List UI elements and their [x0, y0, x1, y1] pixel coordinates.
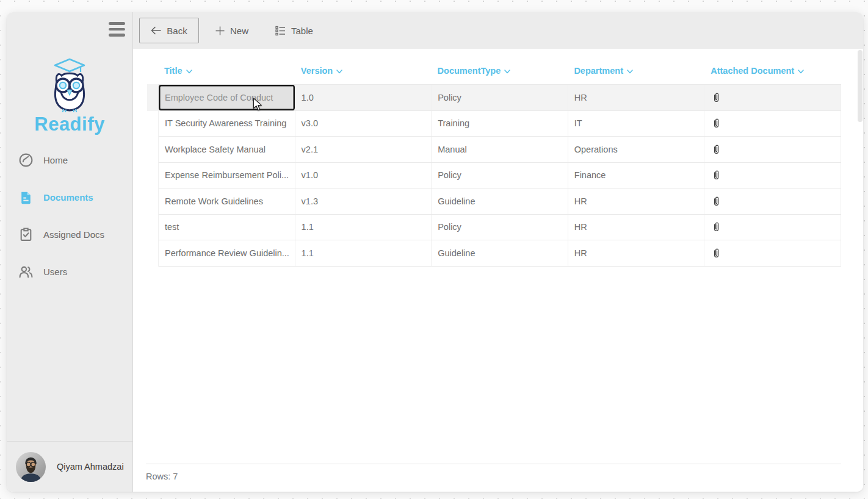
sidebar-nav: Home Documents Assigned Docs — [7, 146, 132, 295]
paperclip-icon — [712, 144, 721, 155]
cell-document-type[interactable]: Policy — [432, 85, 568, 110]
sidebar: Readify Home Documents — [7, 12, 133, 492]
cell-version[interactable]: 1.1 — [295, 240, 432, 266]
app-logo: Readify — [7, 57, 132, 135]
cell-department[interactable]: Finance — [568, 163, 705, 188]
back-button[interactable]: Back — [139, 18, 199, 43]
sidebar-item-users[interactable]: Users — [7, 258, 132, 285]
cell-title[interactable]: IT Security Awareness Training — [159, 111, 295, 137]
logo-wordmark: Readify — [7, 113, 132, 135]
main-area: Back New Table — [133, 12, 863, 492]
cell-version[interactable]: v1.0 — [295, 163, 432, 188]
sidebar-item-label: Documents — [43, 192, 93, 203]
table-row[interactable]: Expense Reimbursement Poli... v1.0 Polic… — [159, 163, 841, 189]
bulleted-list-icon — [275, 26, 286, 36]
cell-attached-document[interactable] — [704, 188, 841, 214]
cell-document-type[interactable]: Guideline — [432, 240, 568, 266]
avatar — [16, 452, 46, 482]
cell-title[interactable]: test — [159, 215, 295, 240]
cell-title[interactable]: Remote Work Guidelines — [159, 188, 295, 214]
hamburger-menu-icon[interactable] — [109, 22, 125, 37]
cell-version[interactable]: v2.1 — [295, 137, 432, 162]
cell-title[interactable]: Workplace Safety Manual — [159, 137, 295, 162]
back-button-label: Back — [167, 26, 187, 36]
sidebar-item-label: Home — [43, 155, 68, 165]
arrow-left-icon — [151, 26, 161, 35]
cell-document-type[interactable]: Policy — [432, 163, 568, 188]
app-window: Readify Home Documents — [7, 12, 863, 492]
column-header[interactable]: Version — [295, 57, 432, 84]
cell-attached-document[interactable] — [704, 85, 841, 110]
new-button[interactable]: New — [215, 26, 248, 36]
cell-title[interactable]: Expense Reimbursement Poli... — [159, 163, 295, 188]
rows-count-label: Rows: 7 — [146, 472, 178, 481]
cell-department[interactable]: HR — [568, 240, 705, 266]
cell-department[interactable]: Operations — [568, 137, 705, 162]
chevron-down-icon — [627, 70, 633, 74]
sidebar-item-assigned-docs[interactable]: Assigned Docs — [7, 221, 132, 248]
cell-document-type[interactable]: Manual — [432, 137, 568, 162]
footer-divider — [146, 464, 841, 464]
cell-version[interactable]: v3.0 — [295, 111, 432, 137]
document-icon — [18, 190, 34, 205]
user-profile[interactable]: Qiyam Ahmadzai — [7, 441, 132, 492]
owl-logo-icon — [45, 57, 94, 112]
table-view-button-label: Table — [291, 26, 313, 36]
cell-version[interactable]: 1.0 — [295, 85, 432, 110]
cell-department[interactable]: IT — [568, 111, 705, 137]
cell-title[interactable]: Performance Review Guidelin... — [159, 240, 295, 266]
plus-icon — [215, 26, 225, 35]
column-header-label: Department — [574, 66, 623, 76]
vertical-scrollbar[interactable] — [858, 50, 863, 122]
cell-attached-document[interactable] — [704, 215, 841, 240]
table-row[interactable]: Performance Review Guidelin... 1.1 Guide… — [159, 240, 841, 267]
cell-version[interactable]: 1.1 — [295, 215, 432, 240]
column-header[interactable]: DocumentType — [432, 57, 568, 84]
cell-department[interactable]: HR — [568, 85, 705, 110]
cell-attached-document[interactable] — [704, 137, 841, 162]
table-row[interactable]: Employee Code of Conduct 1.0 Policy HR — [159, 85, 841, 111]
chevron-down-icon — [798, 70, 804, 74]
column-header-label: Title — [164, 66, 183, 76]
toolbar: Back New Table — [133, 12, 863, 49]
table-row[interactable]: Remote Work Guidelines v1.3 Guideline HR — [159, 188, 841, 215]
paperclip-icon — [712, 92, 721, 103]
table-row[interactable]: Workplace Safety Manual v2.1 Manual Oper… — [159, 137, 841, 163]
column-header-label: DocumentType — [438, 66, 501, 76]
sidebar-item-label: Users — [43, 267, 67, 277]
cell-department[interactable]: HR — [568, 188, 705, 214]
sidebar-item-label: Assigned Docs — [43, 229, 104, 240]
paperclip-icon — [712, 221, 721, 232]
table-row[interactable]: test 1.1 Policy HR — [159, 215, 841, 241]
sidebar-item-home[interactable]: Home — [7, 146, 132, 173]
cell-attached-document[interactable] — [704, 240, 841, 266]
sidebar-item-documents[interactable]: Documents — [7, 184, 132, 210]
table-body: Employee Code of Conduct 1.0 Policy HR I… — [158, 84, 841, 267]
gauge-icon — [18, 153, 34, 168]
users-icon — [18, 264, 34, 279]
paperclip-icon — [712, 248, 721, 259]
cell-attached-document[interactable] — [704, 111, 841, 137]
chevron-down-icon — [186, 70, 192, 74]
column-header[interactable]: Attached Document — [704, 57, 841, 84]
cell-attached-document[interactable] — [704, 163, 841, 188]
cell-version[interactable]: v1.3 — [295, 188, 432, 214]
column-header-label: Attached Document — [711, 66, 794, 76]
cell-department[interactable]: HR — [568, 215, 705, 240]
table-row[interactable]: IT Security Awareness Training v3.0 Trai… — [159, 111, 841, 137]
column-header[interactable]: Department — [568, 57, 704, 84]
paperclip-icon — [712, 196, 721, 207]
table-view-button[interactable]: Table — [275, 26, 313, 36]
chevron-down-icon — [336, 70, 342, 74]
cell-document-type[interactable]: Guideline — [432, 188, 568, 214]
table-panel: Title Version DocumentType Department At… — [133, 49, 863, 492]
paperclip-icon — [712, 170, 721, 181]
table-header-row: Title Version DocumentType Department At… — [158, 57, 841, 84]
selected-row-indicator — [147, 84, 158, 111]
cell-document-type[interactable]: Training — [432, 111, 568, 137]
cell-document-type[interactable]: Policy — [432, 215, 568, 240]
cell-title[interactable]: Employee Code of Conduct — [159, 85, 295, 110]
paperclip-icon — [712, 118, 721, 129]
column-header[interactable]: Title — [158, 57, 295, 84]
profile-name: Qiyam Ahmadzai — [57, 462, 124, 472]
